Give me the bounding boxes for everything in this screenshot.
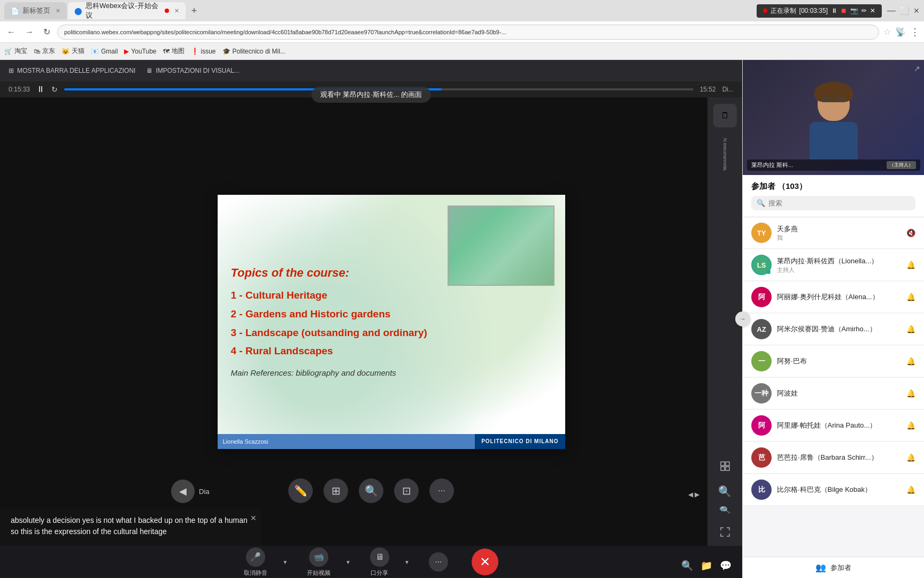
- mic-icon: 🔔: [906, 293, 915, 301]
- back-nav-btn[interactable]: ◀: [171, 480, 195, 503]
- pencil-tool-btn[interactable]: ✏️: [288, 478, 313, 503]
- bookmark-taobao[interactable]: 🛒 淘宝: [4, 47, 27, 56]
- slide-item-2: 2 - Gardens and Historic gardens: [231, 307, 552, 322]
- bookmark-star-icon[interactable]: ☆: [883, 27, 891, 37]
- mute-button[interactable]: 🎤 取消静音: [244, 547, 267, 577]
- mute-dropdown-btn[interactable]: ▼: [282, 559, 288, 565]
- search-tool-btn[interactable]: 🔍: [359, 478, 383, 503]
- avatar: TY: [751, 223, 772, 243]
- tianmao-icon: 😺: [61, 48, 70, 55]
- person-add-icon: 👥: [815, 562, 826, 573]
- tab-1-favicon: 📄: [11, 7, 19, 15]
- bookmark-map[interactable]: 🗺 地图: [163, 47, 184, 56]
- participant-info: 阿波娃: [777, 389, 901, 398]
- tab-2-recording-dot: [165, 9, 169, 13]
- presentation-wrapper: 观看中 莱昂内拉·斯科佐... 的画面 0:15:33 ⏸ ↻ 15:52 Di…: [0, 81, 742, 578]
- more-tools-btn[interactable]: ···: [429, 478, 454, 503]
- more-options-button[interactable]: ···: [429, 552, 448, 572]
- apps-icon: ⊞: [9, 67, 14, 74]
- slide-item-4: 4 - Rural Landscapes: [231, 344, 552, 359]
- cast-icon[interactable]: 📡: [895, 27, 906, 37]
- participant-search[interactable]: 🔍: [751, 196, 915, 210]
- address-input[interactable]: [57, 25, 879, 40]
- bookmark-issue[interactable]: ❗ issue: [191, 48, 216, 55]
- new-tab-button[interactable]: +: [187, 3, 202, 18]
- list-item[interactable]: 芭 芭芭拉·席鲁（Barbara Schirr...） 🔔: [743, 442, 924, 474]
- share-button[interactable]: 🖥 口分享: [370, 547, 389, 577]
- edit-icon[interactable]: ✏: [861, 7, 867, 14]
- participant-icons: 🔔: [906, 293, 915, 301]
- tab-2-close[interactable]: ✕: [174, 7, 179, 14]
- camera-icon[interactable]: 📷: [850, 7, 858, 14]
- bookmark-gmail[interactable]: 📧 Gmail: [91, 48, 118, 55]
- list-item[interactable]: TY 天多燕 我 🔇: [743, 217, 924, 249]
- avatar: 芭: [751, 447, 772, 468]
- viewing-banner-text: 观看中 莱昂内拉·斯科佐... 的画面: [320, 90, 422, 98]
- forward-button[interactable]: →: [22, 26, 36, 38]
- close-btn[interactable]: ✕: [913, 6, 920, 15]
- show-apps-label: MOSTRA BARRA DELLE APPLICAZIONI: [17, 67, 135, 74]
- taskbar-icon-3[interactable]: 💬: [720, 560, 732, 572]
- bookmark-tianmao[interactable]: 😺 天猫: [61, 47, 84, 56]
- ellipsis-icon: ···: [435, 557, 442, 567]
- participant-info: 阿丽娜·奥列什尼科娃（Alena...）: [777, 292, 901, 302]
- list-item[interactable]: 一种 阿波娃 🔔: [743, 378, 924, 409]
- participant-name: 莱昂内拉·斯科佐西（Lionella...）: [777, 256, 901, 266]
- collapse-panel-btn[interactable]: →: [735, 311, 750, 326]
- list-item[interactable]: LS 莱昂内拉·斯科佐西（Lionella...） 主持人 🔔: [743, 249, 924, 281]
- expand-sidebar-btn[interactable]: [719, 460, 731, 474]
- bookmark-polimi[interactable]: 🎓 Politecnico di Mil...: [222, 48, 286, 55]
- end-call-button[interactable]: ✕: [472, 549, 498, 575]
- browser-menu-icon[interactable]: ⋮: [910, 26, 920, 38]
- expand-video-btn[interactable]: ↗: [914, 64, 920, 73]
- participant-icons: 🔔: [906, 453, 915, 462]
- search-participants-input[interactable]: [768, 199, 910, 207]
- participant-role: 主持人: [777, 266, 901, 274]
- video-button[interactable]: 📹 开始视频: [307, 547, 330, 577]
- pause-button[interactable]: ⏸: [36, 85, 45, 94]
- participant-info: 阿努·巴布: [777, 356, 901, 366]
- list-item[interactable]: 阿 阿里娜·帕托娃（Arina Pauto...） 🔔: [743, 410, 924, 442]
- bookmark-jd[interactable]: 🛍 京东: [34, 47, 55, 56]
- sidebar-slides-btn[interactable]: 🗒: [713, 104, 737, 127]
- mic-icon: 🔔: [906, 389, 915, 398]
- stop-icon[interactable]: ⏹: [841, 7, 847, 14]
- bookmark-youtube[interactable]: ▶ YouTube: [124, 48, 156, 55]
- list-item[interactable]: 比 比尔格·科巴克（Bilge Kobak） 🔔: [743, 474, 924, 506]
- search-icon: 🔍: [365, 484, 378, 497]
- subtitle-close-btn[interactable]: ✕: [250, 513, 257, 524]
- taskbar-icon-1[interactable]: 🔍: [681, 560, 693, 572]
- recording-close-icon[interactable]: ✕: [870, 7, 875, 14]
- taobao-icon: 🛒: [4, 48, 12, 55]
- youtube-label: YouTube: [131, 48, 156, 55]
- reload-button[interactable]: ↻: [41, 26, 53, 38]
- grid-tool-btn[interactable]: ⊞: [324, 478, 348, 503]
- camera-start-icon: 📹: [313, 552, 324, 562]
- slide-item-3: 3 - Landscape (outsanding and ordinary): [231, 326, 552, 340]
- visual-settings-button[interactable]: 🖥 IMPOSTAZIONI DI VISUAL...: [146, 67, 239, 74]
- share-dropdown-btn[interactable]: ▼: [404, 559, 410, 565]
- pointer-tool-btn[interactable]: ⊡: [394, 478, 419, 503]
- tab-2[interactable]: ⬤ 思科Webex会议-开始会议 ✕: [68, 2, 186, 19]
- slide-author: Lionella Scazzosi: [223, 438, 268, 445]
- maximize-btn[interactable]: ⬜: [900, 6, 909, 15]
- tab-1-close[interactable]: ✕: [56, 7, 60, 14]
- taskbar-icon-2[interactable]: 📁: [700, 560, 712, 572]
- list-item[interactable]: 阿 阿丽娜·奥列什尼科娃（Alena...） 🔔: [743, 282, 924, 313]
- mic-icon: 🔔: [906, 421, 915, 430]
- tab-1[interactable]: 📄 新标签页 ✕: [4, 2, 67, 19]
- show-apps-button[interactable]: ⊞ MOSTRA BARRA DELLE APPLICAZIONI: [9, 67, 135, 74]
- back-button[interactable]: ←: [4, 26, 18, 38]
- list-item[interactable]: AZ 阿米尔侯赛因·赞迪（Amirho...） 🔔: [743, 314, 924, 345]
- map-icon: 🗺: [163, 48, 170, 55]
- participants-number: 103: [786, 181, 799, 191]
- pointer-icon: ⊡: [402, 484, 411, 497]
- fullscreen-btn[interactable]: [720, 527, 730, 539]
- list-item[interactable]: 一 阿努·巴布 🔔: [743, 346, 924, 377]
- pause-icon[interactable]: ⏸: [831, 7, 837, 14]
- refresh-button[interactable]: ↻: [51, 85, 58, 94]
- participant-role: 我: [777, 234, 901, 242]
- video-dropdown-btn[interactable]: ▼: [345, 559, 351, 565]
- join-participants-btn[interactable]: 👥 参加者: [815, 562, 851, 573]
- minimize-btn[interactable]: —: [887, 6, 896, 16]
